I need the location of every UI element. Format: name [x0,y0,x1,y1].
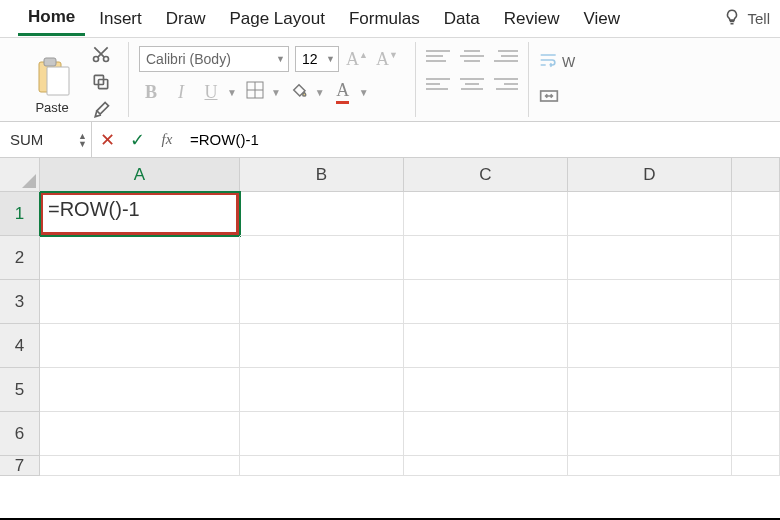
select-all-corner[interactable] [0,158,40,192]
bulb-icon [723,8,741,29]
align-middle-button[interactable] [460,46,484,66]
cell[interactable] [732,236,780,280]
tab-home[interactable]: Home [18,1,85,36]
row-header[interactable]: 1 [0,192,40,236]
row-header[interactable]: 4 [0,324,40,368]
group-clipboard: Paste [14,42,129,117]
font-color-icon: A [336,80,349,104]
fill-color-button[interactable] [287,80,311,104]
cell[interactable] [404,324,568,368]
cell[interactable] [240,236,404,280]
align-bottom-button[interactable] [494,46,518,66]
cell[interactable] [732,368,780,412]
cell[interactable] [568,324,732,368]
cell[interactable] [568,412,732,456]
insert-function-button[interactable]: fx [152,131,182,148]
accept-formula-button[interactable]: ✓ [122,122,152,157]
group-wrap: W [529,42,585,117]
col-header-e[interactable] [732,158,780,192]
underline-button[interactable]: U [199,80,223,104]
cell[interactable] [240,412,404,456]
ribbon-body: Paste [0,38,780,122]
cell[interactable] [240,456,404,476]
wrap-text-button[interactable]: W [539,52,575,71]
merge-icon [539,88,559,107]
row-header[interactable]: 2 [0,236,40,280]
cell[interactable] [568,368,732,412]
paint-bucket-icon [290,81,308,104]
cell[interactable] [404,412,568,456]
cell[interactable] [732,412,780,456]
cell[interactable] [40,280,240,324]
chevron-down-icon: ▼ [326,54,335,64]
align-center-button[interactable] [460,74,484,94]
font-color-button[interactable]: A [331,80,355,104]
chevron-down-icon: ▼ [271,87,281,98]
wrap-text-icon [539,52,559,71]
align-right-button[interactable] [494,74,518,94]
name-box[interactable]: SUM ▲▼ [0,122,92,157]
bold-button[interactable]: B [139,80,163,104]
row-header[interactable]: 6 [0,412,40,456]
formula-input[interactable] [182,122,780,157]
col-header-a[interactable]: A [40,158,240,192]
borders-button[interactable] [243,80,267,104]
tab-review[interactable]: Review [494,3,570,35]
group-font: ▼ ▼ A▲ A▼ B I U ▼ ▼ ▼ A ▼ [129,42,416,117]
col-header-c[interactable]: C [404,158,568,192]
tell-me[interactable]: Tell [723,8,770,29]
format-painter-button[interactable] [84,100,118,122]
col-header-d[interactable]: D [568,158,732,192]
tab-data[interactable]: Data [434,3,490,35]
decrease-font-button[interactable]: A▼ [375,47,399,71]
cell[interactable] [240,368,404,412]
cell[interactable] [40,368,240,412]
cell[interactable] [240,324,404,368]
cell[interactable] [568,192,732,236]
tab-draw[interactable]: Draw [156,3,216,35]
cell[interactable] [404,192,568,236]
cell[interactable] [240,280,404,324]
copy-button[interactable] [84,72,118,96]
cell[interactable] [240,192,404,236]
align-top-button[interactable] [426,46,450,66]
cell[interactable] [568,456,732,476]
italic-button[interactable]: I [169,80,193,104]
cell[interactable] [732,280,780,324]
cell[interactable] [404,368,568,412]
tab-formulas[interactable]: Formulas [339,3,430,35]
name-box-value: SUM [10,131,78,148]
cell[interactable] [404,456,568,476]
cell[interactable] [568,236,732,280]
chevron-down-icon: ▼ [227,87,237,98]
cell[interactable] [732,456,780,476]
cell[interactable] [732,324,780,368]
cell-a1[interactable]: =ROW()-1 [40,192,240,236]
cut-button[interactable] [84,44,118,68]
paste-button[interactable]: Paste [24,44,80,122]
paintbrush-icon [91,100,111,122]
formula-bar: SUM ▲▼ ✕ ✓ fx [0,122,780,158]
decrease-font-icon: A▼ [376,49,398,70]
row-header[interactable]: 7 [0,456,40,476]
cancel-formula-button[interactable]: ✕ [92,122,122,157]
merge-center-button[interactable] [539,88,575,107]
row-header[interactable]: 5 [0,368,40,412]
tab-page-layout[interactable]: Page Layout [219,3,334,35]
cell[interactable] [40,324,240,368]
font-name-select[interactable] [139,46,289,72]
svg-point-3 [94,57,99,62]
cell[interactable] [404,280,568,324]
col-header-b[interactable]: B [240,158,404,192]
cell[interactable] [40,456,240,476]
cell[interactable] [404,236,568,280]
cell[interactable] [732,192,780,236]
row-header[interactable]: 3 [0,280,40,324]
align-left-button[interactable] [426,74,450,94]
cell[interactable] [568,280,732,324]
tab-view[interactable]: View [573,3,630,35]
increase-font-button[interactable]: A▲ [345,47,369,71]
tab-insert[interactable]: Insert [89,3,152,35]
cell[interactable] [40,412,240,456]
cell[interactable] [40,236,240,280]
